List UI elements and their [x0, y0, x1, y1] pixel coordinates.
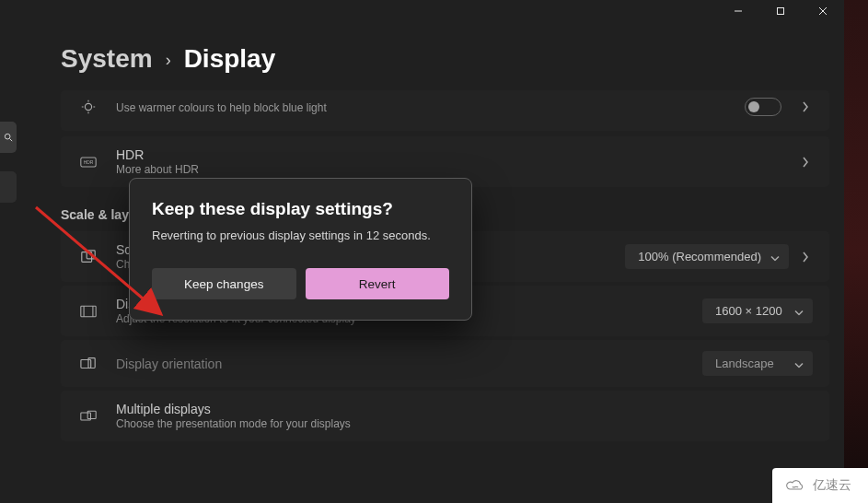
- card-multiple-displays[interactable]: Multiple displays Choose the presentatio…: [61, 391, 829, 441]
- svg-rect-8: [81, 359, 91, 368]
- svg-point-1: [5, 134, 10, 139]
- scale-icon: [77, 246, 99, 268]
- card-chevron[interactable]: [798, 250, 813, 264]
- card-orientation[interactable]: Display orientation Landscape: [61, 340, 829, 387]
- card-hdr-title: HDR: [116, 147, 781, 162]
- multiple-displays-icon: [77, 405, 99, 427]
- night-light-icon: [77, 96, 99, 118]
- keep-changes-button[interactable]: Keep changes: [152, 268, 296, 299]
- minimize-icon: [734, 6, 743, 16]
- minimize-button[interactable]: [717, 0, 759, 22]
- breadcrumb-root[interactable]: System: [61, 44, 153, 74]
- svg-rect-0: [778, 8, 784, 15]
- card-hdr-subtitle[interactable]: More about HDR: [116, 163, 781, 176]
- watermark-text: 亿速云: [813, 477, 851, 494]
- dialog-title: Keep these display settings?: [152, 199, 449, 219]
- orientation-select[interactable]: Landscape: [702, 351, 813, 376]
- resolution-value: 1600 × 1200: [715, 304, 782, 318]
- dialog-message: Reverting to previous display settings i…: [152, 228, 449, 242]
- chevron-down-icon: [794, 357, 804, 370]
- card-chevron[interactable]: [798, 99, 813, 114]
- card-orientation-title: Display orientation: [116, 357, 686, 371]
- card-multiple-subtitle: Choose the presentation mode for your di…: [116, 417, 813, 430]
- svg-text:HDR: HDR: [84, 160, 94, 165]
- card-chevron[interactable]: [798, 155, 813, 170]
- keep-settings-dialog: Keep these display settings? Reverting t…: [129, 178, 472, 321]
- card-night-light-subtitle: Use warmer colours to help block blue li…: [116, 101, 728, 114]
- card-multiple-title: Multiple displays: [116, 402, 813, 416]
- watermark: 亿速云: [772, 468, 868, 503]
- rail-button-search[interactable]: [0, 122, 17, 153]
- cloud-icon: [785, 478, 805, 493]
- scale-value: 100% (Recommended): [638, 250, 761, 263]
- revert-button[interactable]: Revert: [306, 268, 450, 299]
- search-icon: [4, 133, 13, 142]
- chevron-down-icon: [770, 250, 780, 263]
- maximize-button[interactable]: [759, 0, 802, 22]
- svg-rect-7: [81, 306, 96, 316]
- hdr-icon: HDR: [77, 151, 99, 173]
- window-titlebar: [717, 0, 844, 22]
- card-night-light[interactable]: Use warmer colours to help block blue li…: [61, 90, 829, 131]
- left-nav-rail: [0, 122, 17, 203]
- maximize-icon: [776, 6, 785, 16]
- svg-point-2: [85, 103, 91, 110]
- chevron-down-icon: [794, 304, 804, 318]
- night-light-toggle[interactable]: [745, 98, 781, 116]
- scale-select[interactable]: 100% (Recommended): [625, 244, 789, 269]
- resolution-icon: [77, 300, 99, 322]
- orientation-icon: [77, 353, 99, 375]
- rail-button-settings[interactable]: [0, 171, 17, 203]
- toggle-knob: [748, 101, 759, 112]
- close-icon: [818, 6, 827, 16]
- resolution-select[interactable]: 1600 × 1200: [702, 298, 813, 323]
- orientation-value: Landscape: [715, 357, 774, 370]
- breadcrumb: System › Display: [61, 44, 829, 74]
- window-right-backdrop: [844, 0, 868, 503]
- close-button[interactable]: [802, 0, 844, 22]
- chevron-right-icon: ›: [166, 51, 171, 70]
- breadcrumb-page: Display: [184, 44, 276, 74]
